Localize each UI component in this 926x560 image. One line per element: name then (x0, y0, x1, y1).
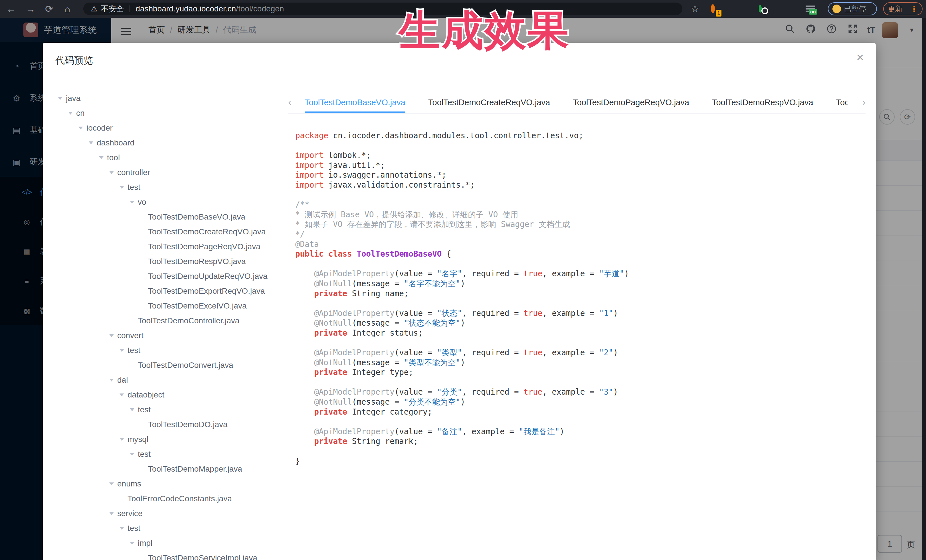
code-line: @ApiModelProperty(value = "分类", required… (295, 387, 867, 397)
tree-node-folder[interactable]: test (56, 343, 282, 358)
file-tab[interactable]: ToolTe (836, 92, 848, 113)
tabs-scroll-right-icon[interactable]: › (862, 97, 865, 107)
file-tab[interactable]: ToolTestDemoPageReqVO.java (573, 92, 689, 113)
code-line: @NotNull(message = "类型不能为空") (295, 358, 867, 368)
tree-node-label: ToolTestDemoDO.java (148, 420, 228, 429)
bookmark-star-icon[interactable]: ☆ (690, 4, 699, 14)
tree-node-file[interactable]: ToolTestDemoCreateReqVO.java (56, 224, 282, 239)
code-line: */ (295, 229, 867, 239)
emoji-face-icon (832, 5, 841, 13)
tree-node-folder[interactable]: test (56, 180, 282, 195)
url-path: /tool/codegen (236, 4, 284, 14)
code-line: import lombok.*; (295, 150, 867, 160)
code-line: @NotNull(message = "状态不能为空") (295, 318, 867, 328)
file-tab[interactable]: ToolTestDemoRespVO.java (712, 92, 813, 113)
warning-icon: ⚠ (91, 5, 97, 14)
tree-node-file[interactable]: ToolTestDemoConvert.java (56, 358, 282, 373)
tree-node-label: enums (117, 479, 141, 488)
browser-scrollbar[interactable] (922, 18, 926, 560)
tree-node-label: ToolTestDemoPageReqVO.java (148, 242, 260, 251)
code-line (295, 190, 867, 200)
tree-node-file[interactable]: ToolTestDemoPageReqVO.java (56, 239, 282, 254)
code-line: /** (295, 199, 867, 210)
tree-node-label: dataobject (127, 390, 164, 400)
tree-node-label: ToolTestDemoServiceImpl.java (148, 554, 257, 560)
tree-node-label: ToolTestDemoCreateReqVO.java (148, 227, 266, 236)
tree-node-file[interactable]: ToolTestDemoRespVO.java (56, 254, 282, 269)
code-line (295, 298, 867, 308)
code-preview-dialog: 代码预览 × javacniocoderdashboardtoolcontrol… (43, 43, 876, 560)
tree-node-folder[interactable]: impl (56, 536, 282, 551)
browser-update-button[interactable]: 更新 ⋮ (883, 2, 923, 15)
code-line: public class ToolTestDemoBaseVO { (295, 249, 867, 259)
code-line: * 如果子 VO 存在差异的字段，请不要添加到这里，影响 Swagger 文档生… (295, 219, 867, 229)
tree-node-label: dal (117, 376, 128, 385)
tree-node-folder[interactable]: dal (56, 373, 282, 388)
browser-forward-icon[interactable]: → (26, 4, 35, 14)
tree-node-file[interactable]: ToolTestDemoController.java (56, 313, 282, 328)
code-line: @NotNull(message = "分类不能为空") (295, 397, 867, 407)
tree-node-label: ToolErrorCodeConstants.java (127, 494, 232, 503)
tree-node-folder[interactable]: dataobject (56, 388, 282, 402)
tree-node-file[interactable]: ToolTestDemoUpdateReqVO.java (56, 269, 282, 284)
file-tab[interactable]: ToolTestDemoCreateReqVO.java (428, 92, 550, 113)
code-line: import java.util.*; (295, 160, 867, 170)
tree-node-folder[interactable]: iocoder (56, 121, 282, 136)
tree-node-folder[interactable]: service (56, 506, 282, 521)
tree-node-folder[interactable]: enums (56, 477, 282, 491)
browser-menu-dots-icon[interactable]: ⋮ (910, 4, 918, 14)
tree-node-folder[interactable]: test (56, 521, 282, 536)
tree-node-file[interactable]: ToolTestDemoExportReqVO.java (56, 284, 282, 299)
tree-node-folder[interactable]: test (56, 402, 282, 417)
annotation-text: 生成效果 (399, 3, 570, 59)
code-line: } (295, 456, 867, 466)
code-line: private String name; (295, 288, 867, 299)
code-line: package cn.iocoder.dashboard.modules.too… (295, 131, 867, 140)
code-line: @Data (295, 239, 867, 249)
tree-node-folder[interactable]: dashboard (56, 136, 282, 150)
tree-node-file[interactable]: ToolTestDemoMapper.java (56, 462, 282, 477)
code-line: import javax.validation.constraints.*; (295, 180, 867, 190)
browser-reload-icon[interactable]: ⟳ (45, 4, 53, 14)
tree-node-file[interactable]: ToolErrorCodeConstants.java (56, 491, 282, 506)
tree-node-folder[interactable]: mysql (56, 432, 282, 447)
tree-node-label: test (138, 405, 151, 414)
address-bar[interactable]: ⚠ 不安全 dashboard.yudao.iocoder.cn /tool/c… (83, 3, 682, 15)
extension-list-icon[interactable]: on (806, 5, 815, 14)
security-label[interactable]: 不安全 (101, 4, 124, 14)
browser-home-icon[interactable]: ⌂ (65, 4, 70, 14)
close-icon[interactable]: × (856, 50, 864, 65)
code-line (295, 259, 867, 269)
extension-update-icon[interactable]: 1 (711, 6, 715, 11)
tree-node-label: iocoder (86, 124, 113, 133)
tree-node-folder[interactable]: convert (56, 328, 282, 343)
file-tab[interactable]: ToolTestDemoBaseVO.java (305, 92, 406, 113)
browser-back-icon[interactable]: ← (6, 4, 16, 14)
tree-node-file[interactable]: ToolTestDemoBaseVO.java (56, 210, 282, 224)
code-line: * 测试示例 Base VO，提供给添加、修改、详细的子 VO 使用 (295, 210, 867, 220)
tree-node-file[interactable]: ToolTestDemoExcelVO.java (56, 299, 282, 313)
tree-node-label: service (117, 509, 143, 518)
code-line (295, 377, 867, 387)
extension-green-circle-icon[interactable] (759, 6, 762, 11)
code-line: @ApiModelProperty(value = "备注", example … (295, 427, 867, 436)
code-line (295, 446, 867, 456)
code-line: @NotNull(message = "名字不能为空") (295, 279, 867, 288)
tree-node-label: impl (138, 539, 152, 548)
file-tabs-bar: ‹ ToolTestDemoBaseVO.javaToolTestDemoCre… (288, 92, 865, 114)
tree-node-folder[interactable]: vo (56, 195, 282, 210)
tree-node-folder[interactable]: tool (56, 150, 282, 165)
tree-node-file[interactable]: ToolTestDemoDO.java (56, 417, 282, 432)
tree-node-folder[interactable]: controller (56, 165, 282, 180)
extension-badge: 1 (716, 10, 722, 17)
tree-node-folder[interactable]: test (56, 447, 282, 462)
file-tabs: ToolTestDemoBaseVO.javaToolTestDemoCreat… (305, 92, 848, 113)
tree-node-folder[interactable]: java (56, 91, 282, 106)
tree-node-folder[interactable]: cn (56, 106, 282, 121)
tree-node-label: controller (117, 168, 150, 177)
tree-node-file[interactable]: ToolTestDemoServiceImpl.java (56, 551, 282, 560)
tabs-scroll-left-icon[interactable]: ‹ (288, 97, 291, 107)
extension-paused-badge[interactable]: 已暂停 (828, 2, 877, 15)
code-line (295, 140, 867, 151)
tree-node-label: cn (76, 109, 85, 118)
